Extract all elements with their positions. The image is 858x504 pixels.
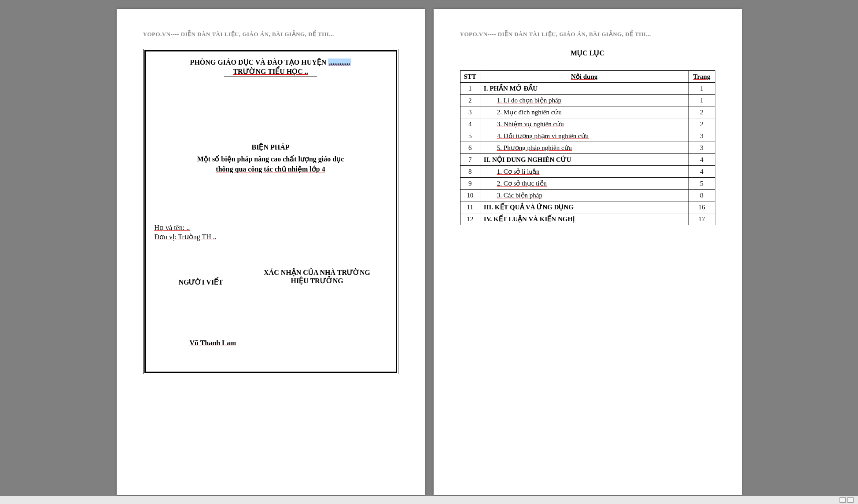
toc-stt-cell: 7 bbox=[460, 154, 480, 166]
signature-right: XÁC NHẬN CỦA NHÀ TRƯỜNG HIỆU TRƯỞNG bbox=[247, 268, 387, 286]
toc-page-cell: 1 bbox=[689, 95, 715, 106]
department-line: PHÒNG GIÁO DỤC VÀ ĐÀO TẠO HUYỆN ........… bbox=[155, 58, 387, 66]
status-bar bbox=[0, 496, 858, 504]
view-mode-icon[interactable] bbox=[840, 497, 846, 503]
document-page-1: YOPO.VN---- DIỄN ĐÀN TÀI LIỆU, GIÁO ÁN, … bbox=[117, 9, 425, 495]
toc-page-cell: 3 bbox=[689, 142, 715, 154]
table-row: 32. Mục đích nghiên cứu2 bbox=[460, 106, 715, 118]
toc-page-cell: 17 bbox=[689, 213, 715, 225]
toc-content-cell: 4. Đối tượng phạm vi nghiên cứu bbox=[480, 130, 689, 142]
table-row: 65. Phương pháp nghiên cứu3 bbox=[460, 142, 715, 154]
document-subtitle-1: Một số biện pháp nâng cao chất lượng giá… bbox=[155, 155, 387, 163]
table-row: 54. Đối tượng phạm vi nghiên cứu3 bbox=[460, 130, 715, 142]
toc-page-cell: 8 bbox=[689, 190, 715, 201]
toc-content-cell: III. KẾT QUẢ VÀ ỨNG DỤNG bbox=[480, 201, 689, 213]
author-name-field: Họ và tên: .. bbox=[155, 223, 387, 232]
table-row: 103. Các biện pháp8 bbox=[460, 190, 715, 201]
toc-stt-cell: 3 bbox=[460, 106, 480, 118]
unit-field: Đơn vị: Trường TH .. bbox=[155, 233, 387, 241]
toc-page-cell: 16 bbox=[689, 201, 715, 213]
signature-row: NGƯỜI VIẾT XÁC NHẬN CỦA NHÀ TRƯỜNG HIỆU … bbox=[155, 268, 387, 286]
sig-right-line2: HIỆU TRƯỞNG bbox=[247, 277, 387, 285]
sig-right-line1: XÁC NHẬN CỦA NHÀ TRƯỜNG bbox=[247, 268, 387, 277]
toc-stt-cell: 10 bbox=[460, 190, 480, 201]
toc-header-row: STT Nội dung Trang bbox=[460, 71, 715, 83]
document-heading: BIỆN PHÁP bbox=[155, 143, 387, 151]
toc-content-cell: 1. Cơ sở lí luận bbox=[480, 166, 689, 178]
table-row: 81. Cơ sở lí luận4 bbox=[460, 166, 715, 178]
toc-page-cell: 4 bbox=[689, 154, 715, 166]
toc-stt-cell: 2 bbox=[460, 95, 480, 106]
toc-stt-cell: 4 bbox=[460, 118, 480, 130]
table-row: 92. Cơ sở thực tiễn5 bbox=[460, 178, 715, 190]
toc-content-cell: 1. Lí do chọn biện pháp bbox=[480, 95, 689, 106]
toc-content-cell: 2. Mục đích nghiên cứu bbox=[480, 106, 689, 118]
toc-stt-cell: 11 bbox=[460, 201, 480, 213]
table-row: 43. Nhiệm vụ nghiên cứu2 bbox=[460, 118, 715, 130]
toc-content-cell: 3. Nhiệm vụ nghiên cứu bbox=[480, 118, 689, 130]
watermark-header: YOPO.VN---- DIỄN ĐÀN TÀI LIỆU, GIÁO ÁN, … bbox=[460, 31, 715, 38]
toc-content-cell: 2. Cơ sở thực tiễn bbox=[480, 178, 689, 190]
table-row: 12IV. KẾT LUẬN VÀ KIẾN NGHỊ17 bbox=[460, 213, 715, 225]
view-mode-icon[interactable] bbox=[847, 497, 854, 503]
toc-content-cell: I. PHẦN MỞ ĐẦU bbox=[480, 83, 689, 95]
toc-content-cell: 5. Phương pháp nghiên cứu bbox=[480, 142, 689, 154]
toc-page-cell: 5 bbox=[689, 178, 715, 190]
document-subtitle-2: thông qua công tác chủ nhiệm lớp 4 bbox=[155, 165, 387, 173]
toc-stt-cell: 12 bbox=[460, 213, 480, 225]
toc-title: MỤC LỤC bbox=[460, 49, 715, 57]
toc-content-cell: 3. Các biện pháp bbox=[480, 190, 689, 201]
table-row: 11III. KẾT QUẢ VÀ ỨNG DỤNG16 bbox=[460, 201, 715, 213]
toc-header-stt: STT bbox=[460, 71, 480, 83]
document-page-2: YOPO.VN---- DIỄN ĐÀN TÀI LIỆU, GIÁO ÁN, … bbox=[434, 9, 742, 495]
cover-frame: PHÒNG GIÁO DỤC VÀ ĐÀO TẠO HUYỆN ........… bbox=[143, 49, 398, 374]
school-line: TRƯỜNG TIỂU HỌC .. bbox=[224, 67, 317, 77]
table-row: 21. Lí do chọn biện pháp1 bbox=[460, 95, 715, 106]
toc-table: STT Nội dung Trang 1I. PHẦN MỞ ĐẦU121. L… bbox=[460, 70, 715, 225]
toc-stt-cell: 1 bbox=[460, 83, 480, 95]
toc-stt-cell: 5 bbox=[460, 130, 480, 142]
author-signature-name: Vũ Thanh Lam bbox=[190, 339, 387, 347]
toc-page-cell: 4 bbox=[689, 166, 715, 178]
toc-page-cell: 3 bbox=[689, 130, 715, 142]
toc-header-page: Trang bbox=[689, 71, 715, 83]
toc-page-cell: 1 bbox=[689, 83, 715, 95]
toc-content-cell: IV. KẾT LUẬN VÀ KIẾN NGHỊ bbox=[480, 213, 689, 225]
toc-page-cell: 2 bbox=[689, 106, 715, 118]
toc-stt-cell: 8 bbox=[460, 166, 480, 178]
signature-left: NGƯỜI VIẾT bbox=[155, 268, 247, 286]
watermark-header: YOPO.VN---- DIỄN ĐÀN TÀI LIỆU, GIÁO ÁN, … bbox=[143, 31, 398, 38]
toc-content-cell: II. NỘI DUNG NGHIÊN CỨU bbox=[480, 154, 689, 166]
table-row: 1I. PHẦN MỞ ĐẦU1 bbox=[460, 83, 715, 95]
toc-stt-cell: 6 bbox=[460, 142, 480, 154]
dept-prefix: PHÒNG GIÁO DỤC VÀ ĐÀO TẠO HUYỆN bbox=[190, 58, 328, 66]
toc-stt-cell: 9 bbox=[460, 178, 480, 190]
table-row: 7II. NỘI DUNG NGHIÊN CỨU4 bbox=[460, 154, 715, 166]
toc-header-content: Nội dung bbox=[480, 71, 689, 83]
dept-blank-highlight: ............ bbox=[328, 58, 351, 66]
toc-page-cell: 2 bbox=[689, 118, 715, 130]
